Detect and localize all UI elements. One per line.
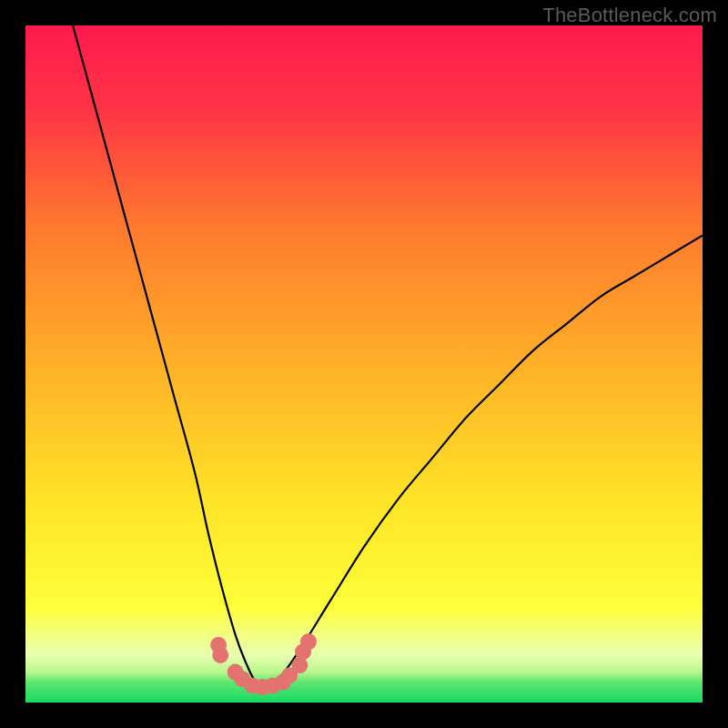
- marker-point: [300, 633, 317, 650]
- watermark-text: TheBottleneck.com: [542, 4, 717, 27]
- plot-area: [25, 25, 703, 703]
- marker-point: [212, 647, 228, 663]
- gradient-background: [25, 25, 703, 703]
- chart-frame: TheBottleneck.com: [0, 0, 728, 728]
- chart-svg: [25, 25, 703, 703]
